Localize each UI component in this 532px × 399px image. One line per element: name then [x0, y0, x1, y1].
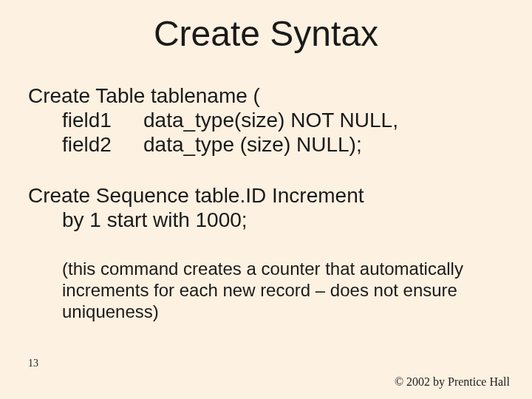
sequence-line1: Create Sequence table.ID Increment	[28, 183, 504, 208]
field1-name: field1	[62, 108, 143, 132]
slide-body: Create Table tablename ( field1 data_typ…	[0, 83, 532, 323]
field2-row: field2 data_type (size) NULL);	[28, 132, 504, 157]
slide-title: Create Syntax	[0, 13, 532, 54]
field1-row: field1 data_type(size) NOT NULL,	[28, 108, 504, 132]
field2-name: field2	[62, 132, 143, 157]
copyright: © 2002 by Prentice Hall	[395, 375, 510, 389]
create-sequence-block: Create Sequence table.ID Increment by 1 …	[28, 183, 504, 232]
field2-type: data_type (size) NULL);	[143, 132, 362, 157]
note-text: (this command creates a counter that aut…	[28, 259, 504, 322]
sequence-line2: by 1 start with 1000;	[28, 208, 504, 232]
field1-type: data_type(size) NOT NULL,	[143, 108, 398, 132]
create-table-line: Create Table tablename (	[28, 83, 504, 108]
page-number: 13	[28, 358, 38, 369]
create-table-block: Create Table tablename ( field1 data_typ…	[28, 83, 504, 157]
